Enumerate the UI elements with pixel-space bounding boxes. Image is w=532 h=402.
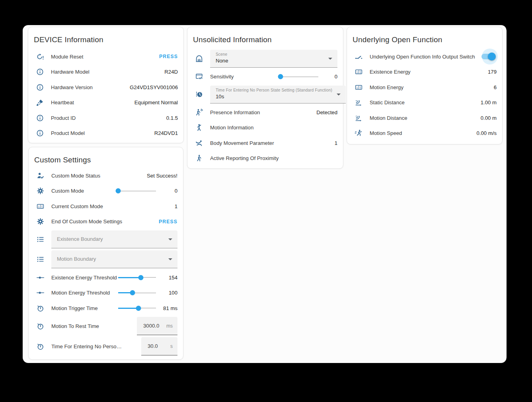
select-label: Existence Boundary [57, 230, 164, 248]
proximity-walk-icon [195, 154, 203, 162]
slider-icon [36, 289, 45, 297]
row-label: Motion Information [210, 125, 337, 131]
timer-icon [36, 322, 45, 330]
info-icon [36, 129, 44, 137]
scene-row: Scene None [187, 50, 343, 68]
clock-icon [195, 90, 203, 99]
slider-thumb[interactable] [130, 290, 135, 295]
row-label: Static Distance [370, 100, 481, 105]
chevron-down-icon [168, 238, 172, 240]
module-reset-press-button[interactable]: PRESS [159, 54, 178, 59]
slider-thumb[interactable] [116, 188, 121, 193]
sensitivity-slider[interactable] [279, 73, 318, 80]
row-value: 0.00 m [481, 115, 497, 121]
select-label: Scene [216, 52, 324, 57]
row-label: Underlying Open Function Info Output Swi… [370, 54, 481, 60]
custom-mode-slider[interactable] [118, 187, 156, 195]
no-person-state-row: Time For Entering No Person State Settin… [187, 86, 343, 103]
row-label: Motion To Rest Time [51, 323, 137, 329]
chevron-down-icon [328, 58, 332, 60]
plug-icon [36, 98, 44, 107]
info-icon [36, 114, 44, 122]
existence-energy-row: Existence Energy 179 [347, 64, 502, 80]
row-value: Equipment Normal [134, 100, 178, 105]
underlying-open-function-card: Underlying Open Function Underlying Open… [347, 27, 503, 144]
row-label: Custom Mode [51, 188, 118, 194]
info-output-toggle[interactable] [481, 49, 497, 64]
chevron-down-icon [168, 258, 172, 260]
row-label: Hardware Version [51, 84, 130, 90]
row-value: 0.1.5 [166, 115, 178, 121]
motion-energy-row: Motion Energy 6 [347, 80, 502, 95]
sensitivity-row: Sensitivity 0 [187, 68, 343, 86]
row-label: Existence Energy [370, 69, 488, 75]
slider-thumb[interactable] [136, 306, 141, 311]
card-title: DEVICE Information [34, 35, 178, 44]
product-model-row: Product Model R24DVD1 [28, 126, 183, 141]
list-icon [36, 255, 45, 263]
select-label: Time For Entering No Person State Settin… [216, 88, 332, 92]
motion-to-rest-time-row: Motion To Rest Time 3000.0 ms [29, 316, 183, 336]
existence-energy-threshold-slider[interactable] [118, 274, 156, 281]
motion-energy-threshold-slider[interactable] [118, 289, 156, 297]
row-label: Heartbeat [51, 100, 134, 105]
row-label: Motion Speed [370, 130, 476, 136]
slider-track[interactable] [118, 191, 156, 191]
custom-mode-status-row: Custom Mode Status Set Success! [29, 168, 183, 183]
row-value: 1 [175, 203, 177, 209]
content-panel: DEVICE Information Module Reset PRESS Ha… [23, 25, 507, 363]
motion-boundary-row: Motion Boundary [29, 250, 183, 268]
motion-trigger-time-slider[interactable] [118, 304, 156, 312]
custom-mode-row: Custom Mode 0 [29, 183, 183, 199]
gear-icon [36, 187, 45, 195]
existence-boundary-select[interactable]: Existence Boundary [51, 230, 177, 248]
slider-value: 0 [159, 188, 177, 194]
row-label: End Of Custom Mode Settings [51, 219, 159, 224]
current-custom-mode-row: Current Custom Mode 1 [29, 199, 183, 214]
motion-to-rest-time-input[interactable]: 3000.0 ms [137, 317, 177, 335]
row-value: Set Success! [147, 173, 177, 179]
motion-distance-row: Motion Distance 0.00 m [347, 110, 502, 126]
body-movement-icon [195, 139, 203, 147]
product-id-row: Product ID 0.1.5 [28, 110, 183, 126]
no-person-time-input[interactable]: 30.0 s [141, 337, 177, 355]
existence-boundary-row: Existence Boundary [29, 230, 183, 248]
slider-thumb[interactable] [138, 275, 144, 280]
motion-boundary-select[interactable]: Motion Boundary [51, 250, 177, 268]
end-custom-mode-press-button[interactable]: PRESS [159, 219, 177, 224]
run-icon [355, 129, 363, 137]
timer-icon [36, 304, 45, 312]
row-value: 1 [335, 140, 337, 146]
input-unit: s [170, 343, 173, 349]
slider-icon [36, 273, 45, 282]
unsolicited-information-card: Unsolicited Information Scene None Sensi… [187, 27, 343, 169]
end-custom-mode-row: End Of Custom Mode Settings PRESS [29, 214, 183, 230]
input-value: 3000.0 [143, 323, 162, 329]
custom-settings-card: Custom Settings Custom Mode Status Set S… [28, 147, 183, 360]
motion-energy-threshold-row: Motion Energy Threshold 100 [29, 285, 183, 301]
body-movement-parameter-row: Body Movement Parameter 1 [187, 135, 343, 151]
row-value: G24VD1SYV001006 [130, 84, 178, 90]
static-distance-row: Static Distance 1.00 m [347, 95, 502, 111]
counter-icon [355, 68, 363, 76]
panel-check-icon [195, 72, 203, 81]
row-value: 179 [488, 69, 497, 75]
row-label: Product Model [51, 130, 154, 136]
slider-thumb[interactable] [278, 74, 283, 79]
row-label: Product ID [51, 115, 166, 121]
presence-information-row: Presence Information Detected [187, 105, 343, 120]
motion-information-row: Motion Information [187, 120, 343, 136]
slider-fill [118, 308, 138, 309]
no-person-state-select[interactable]: Time For Entering No Person State Settin… [210, 86, 346, 103]
row-label: Current Custom Mode [51, 203, 175, 209]
row-label: Time For Entering No Perso… [51, 343, 141, 349]
scene-select[interactable]: Scene None [210, 50, 337, 68]
row-value: 1.00 m [481, 100, 497, 105]
device-information-card: DEVICE Information Module Reset PRESS Ha… [28, 27, 184, 143]
slider-track[interactable] [279, 76, 318, 77]
row-label: Motion Energy Threshold [51, 290, 118, 296]
row-value: R24DVD1 [154, 130, 178, 136]
slider-fill [118, 277, 141, 278]
select-label: Motion Boundary [57, 250, 164, 268]
counter-icon [355, 83, 363, 92]
